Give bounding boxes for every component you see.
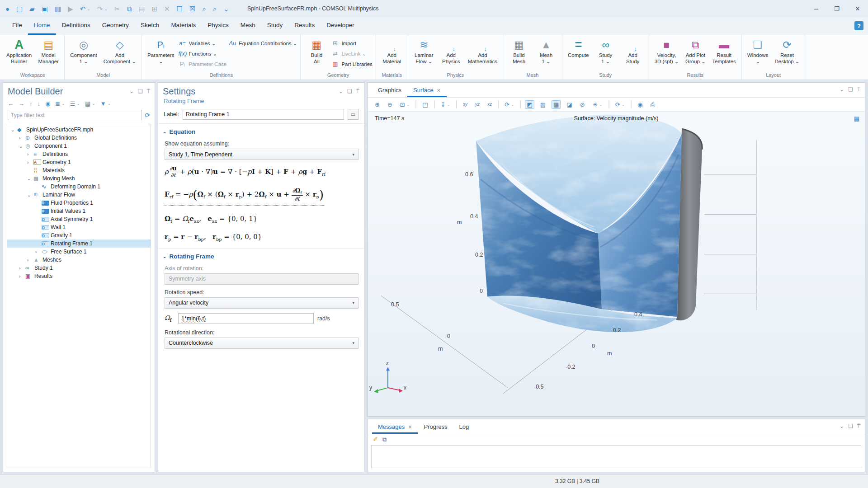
tab-log[interactable]: Log — [453, 419, 475, 434]
tab-progress[interactable]: Progress — [418, 419, 453, 434]
tree-expander[interactable]: › — [19, 136, 25, 141]
study-icon[interactable]: › ∞ Study 1 — [7, 264, 151, 272]
equation-section-header[interactable]: ⌄Equation — [158, 124, 364, 137]
study-1-button[interactable]: ∞Study1 ⌄ — [593, 37, 618, 66]
boundary-node-icon[interactable]: D Wall 1 — [7, 223, 151, 231]
moving-mesh-icon[interactable]: ⌄ ▩ Moving Mesh — [7, 174, 151, 183]
tree-expander[interactable]: › — [19, 274, 25, 279]
result-templates-button[interactable]: ▬ResultTemplates — [710, 37, 738, 66]
tab-messages[interactable]: Messages✕ — [372, 419, 418, 434]
update-plot-icon[interactable]: ⟳ — [613, 100, 627, 109]
boundary-node-icon[interactable]: D Axial Symmetry 1 — [7, 215, 151, 223]
run-icon[interactable]: ▶ — [68, 5, 73, 12]
separator[interactable] — [498, 100, 499, 108]
clear-log-icon[interactable]: ✐ — [373, 436, 378, 443]
separator[interactable] — [631, 100, 632, 108]
separator[interactable] — [456, 100, 457, 108]
tree-expander[interactable]: › — [35, 249, 42, 254]
expand-icon[interactable]: ≣ — [55, 100, 65, 107]
selection-colors-icon[interactable]: ◩ — [525, 100, 534, 109]
import-button[interactable]: ⊞Import — [331, 38, 372, 48]
print-icon[interactable]: ⎙ — [649, 100, 657, 109]
mesh-1-button[interactable]: ▲Mesh1 ⌄ — [533, 37, 559, 66]
add-component-button[interactable]: ◇AddComponent ⌄ — [101, 37, 138, 66]
domain-node-icon[interactable]: D Fluid Properties 1 — [7, 199, 151, 207]
add-physics-button[interactable]: ↓AddPhysics — [439, 37, 464, 66]
tree-expander[interactable]: › — [19, 266, 25, 271]
materials-icon[interactable]: ⣿ Materials — [7, 166, 151, 174]
velocity-plot-button[interactable]: ■Velocity,3D (spf) ⌄ — [652, 37, 681, 66]
help-button[interactable]: ? — [854, 21, 863, 30]
material-color-icon[interactable]: ▨ — [538, 100, 547, 109]
add-material-button[interactable]: ↓AddMaterial — [379, 37, 405, 66]
filter-icon[interactable]: ▼ — [100, 100, 111, 107]
compute-button[interactable]: =Compute — [566, 37, 591, 59]
pin-icon[interactable]: ⍑ — [356, 88, 359, 94]
float-icon[interactable]: ❏ — [347, 88, 352, 94]
tree-filter-input[interactable] — [8, 110, 142, 120]
equation-assumption-dropdown[interactable]: Study 1, Time Dependent▾ — [165, 149, 359, 160]
tree-expander[interactable]: ⌄ — [27, 192, 33, 197]
axis-limits-icon[interactable]: ↧ — [439, 100, 452, 109]
float-icon[interactable]: ❏ — [848, 423, 853, 434]
ribbon-tab[interactable]: Physics — [202, 17, 235, 35]
axis-of-rotation-dropdown[interactable]: Symmetry axis — [165, 273, 359, 285]
tree-expander[interactable]: ⌄ — [27, 176, 33, 181]
chevron-down-icon[interactable]: ⌄ — [129, 88, 134, 94]
part-libraries-button[interactable]: ▥Part Libraries — [331, 59, 372, 69]
save-as-icon[interactable]: ▥ — [55, 5, 61, 12]
chevron-down-icon[interactable]: ⌄ — [840, 86, 844, 97]
chevron-down-icon[interactable]: ⌄ — [339, 88, 343, 94]
add-plot-group-button[interactable]: ⧉Add PlotGroup ⌄ — [683, 37, 708, 66]
reset-desktop-button[interactable]: ⟳ResetDesktop ⌄ — [772, 37, 802, 66]
refresh-icon[interactable]: ⟳ — [145, 112, 150, 119]
ribbon-tab[interactable]: Home — [28, 17, 56, 35]
rename-button[interactable]: ▭ — [348, 109, 359, 120]
separator[interactable] — [415, 100, 416, 108]
zoom-extents-icon[interactable]: ⊡ — [398, 100, 411, 109]
separator[interactable] — [434, 100, 435, 108]
lock-axis-icon[interactable]: ⊘ — [578, 100, 587, 109]
close-tab-icon[interactable]: ✕ — [408, 424, 412, 430]
rotate-view-icon[interactable]: ⟳ — [503, 100, 516, 109]
gravity-node-icon[interactable]: D Gravity 1 — [7, 231, 151, 239]
tab-surface[interactable]: Surface✕ — [407, 83, 447, 97]
functions-button[interactable]: f(x)Functions ⌄ — [178, 49, 226, 58]
view-xy-icon[interactable]: xy — [461, 101, 469, 108]
meshes-icon[interactable]: › ▲ Meshes — [7, 256, 151, 264]
plot-area[interactable]: Time=147 s Surface: Velocity magnitude (… — [368, 112, 865, 416]
zoom-out-icon[interactable]: ⊖ — [386, 100, 394, 109]
component-icon[interactable]: ⌄ ◎ Component 1 — [7, 142, 151, 150]
move-up-icon[interactable]: ↑ — [29, 100, 33, 107]
delete-icon[interactable]: ✕ — [164, 5, 170, 12]
livelink-button[interactable]: ⇄LiveLink ⌄ — [331, 49, 372, 58]
tree-expander[interactable]: › — [27, 152, 33, 157]
zoom-in-icon[interactable]: ⊕ — [373, 100, 382, 109]
open-icon[interactable]: ▰ — [29, 5, 35, 12]
ribbon-tab[interactable]: Materials — [165, 17, 202, 35]
laminar-flow-icon[interactable]: ⌄ ≋ Laminar Flow — [7, 191, 151, 199]
ribbon-tab[interactable]: Developer — [321, 17, 360, 35]
float-icon[interactable]: ❏ — [848, 86, 853, 97]
pin-icon[interactable]: ⍑ — [147, 88, 150, 94]
rotational-direction-dropdown[interactable]: Counterclockwise▾ — [165, 338, 359, 349]
new-file-icon[interactable]: ▢ — [16, 5, 23, 12]
float-icon[interactable]: ❏ — [138, 88, 143, 94]
model-manager-button[interactable]: ▤ModelManager — [36, 37, 61, 66]
application-builder-button[interactable]: AApplicationBuilder — [4, 37, 34, 66]
separator[interactable] — [609, 100, 609, 108]
color-legend-icon[interactable]: ▤ — [854, 115, 859, 122]
cut-icon[interactable]: ✂ — [114, 5, 120, 12]
close-tab-icon[interactable]: ✕ — [437, 88, 441, 93]
tree-expander[interactable]: ⌄ — [11, 127, 17, 132]
copy-icon[interactable]: ⧉ — [127, 5, 132, 12]
redo-icon[interactable]: ↷ — [97, 5, 108, 12]
model-file-icon[interactable]: ⌄ ◆ SpinUpFreeSurfaceFR.mph — [7, 126, 151, 134]
geometry-icon[interactable]: › A Geometry 1 — [7, 158, 151, 166]
move-down-icon[interactable]: ↓ — [38, 100, 41, 107]
ribbon-tab[interactable]: Study — [261, 17, 289, 35]
ribbon-tab[interactable]: File — [6, 17, 28, 35]
ribbon-tab[interactable]: Definitions — [56, 17, 96, 35]
pin-icon[interactable]: ⍑ — [857, 423, 860, 434]
view-yz-icon[interactable]: yz — [473, 101, 481, 108]
